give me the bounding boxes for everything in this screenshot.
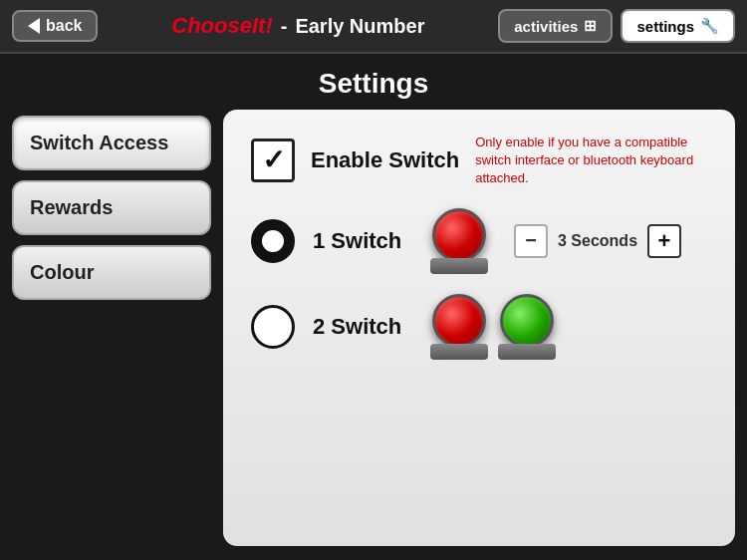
button-mount-3	[498, 344, 556, 360]
top-right-buttons: activities ⊞ settings 🔧	[498, 9, 735, 43]
page-title-bar: Settings	[0, 54, 747, 110]
enable-switch-label: Enable Switch	[311, 147, 459, 173]
sidebar: Switch Access Rewards Colour	[12, 110, 211, 546]
app-subtitle: Early Number	[295, 15, 424, 38]
decrease-seconds-button[interactable]: −	[514, 224, 548, 258]
sidebar-item-label: Switch Access	[30, 132, 168, 153]
sidebar-item-label: Colour	[30, 261, 94, 283]
increase-seconds-button[interactable]: +	[647, 224, 681, 258]
button-mount-2	[430, 344, 488, 360]
minus-icon: −	[525, 229, 537, 252]
activities-label: activities	[514, 18, 578, 35]
enable-switch-hint: Only enable if you have a compatible swi…	[475, 134, 704, 188]
plus-icon: +	[658, 228, 671, 254]
enable-switch-row: ✓ Enable Switch Only enable if you have …	[251, 134, 707, 188]
one-switch-buttons	[430, 208, 488, 274]
activities-button[interactable]: activities ⊞	[498, 9, 613, 43]
sidebar-item-switch-access[interactable]: Switch Access	[12, 116, 211, 170]
app-name: ChooseIt!	[171, 13, 272, 39]
red-button-1-mount	[430, 208, 488, 274]
seconds-control: − 3 Seconds +	[514, 224, 681, 258]
sidebar-item-rewards[interactable]: Rewards	[12, 180, 211, 235]
green-button[interactable]	[500, 294, 554, 348]
seconds-value: 3 Seconds	[558, 232, 637, 250]
two-switch-radio[interactable]	[251, 305, 295, 349]
radio-inner	[262, 230, 284, 252]
one-switch-radio[interactable]	[251, 219, 295, 263]
settings-panel: ✓ Enable Switch Only enable if you have …	[223, 110, 735, 546]
two-switch-buttons	[430, 294, 556, 360]
red-button-2[interactable]	[432, 294, 486, 348]
page-title: Settings	[0, 68, 747, 100]
settings-button[interactable]: settings 🔧	[621, 9, 735, 43]
app-title: ChooseIt! - Early Number	[171, 13, 424, 39]
sidebar-item-label: Rewards	[30, 196, 113, 218]
button-mount-1	[430, 258, 488, 274]
red-button-1[interactable]	[432, 208, 486, 262]
red-button-2-mount	[430, 294, 488, 360]
title-separator: -	[281, 15, 288, 38]
green-button-mount	[498, 294, 556, 360]
one-switch-row: 1 Switch − 3 Seconds +	[251, 208, 707, 274]
main-content: Switch Access Rewards Colour ✓ Enable Sw…	[0, 110, 747, 558]
top-bar: back ChooseIt! - Early Number activities…	[0, 0, 747, 54]
one-switch-label: 1 Switch	[313, 228, 412, 254]
settings-label: settings	[636, 18, 694, 35]
activities-icon: ⊞	[584, 17, 597, 35]
checkmark-icon: ✓	[262, 146, 285, 174]
enable-switch-checkbox[interactable]: ✓	[251, 139, 295, 182]
two-switch-row: 2 Switch	[251, 294, 707, 360]
two-switch-label: 2 Switch	[313, 314, 412, 340]
back-label: back	[46, 17, 82, 35]
back-button[interactable]: back	[12, 10, 98, 42]
sidebar-item-colour[interactable]: Colour	[12, 245, 211, 300]
wrench-icon: 🔧	[700, 17, 719, 35]
back-arrow-icon	[28, 18, 40, 34]
